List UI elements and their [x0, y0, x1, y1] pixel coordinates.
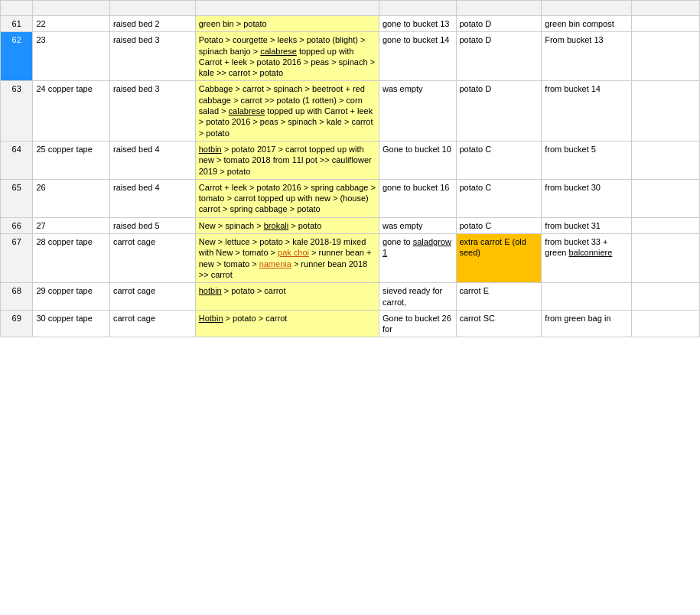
table-cell[interactable]: gone to bucket 16: [379, 179, 456, 217]
table-cell[interactable]: potato C: [456, 217, 542, 233]
table-row: 6627raised bed 5New > spinach > brokali …: [1, 217, 700, 233]
header-col-e[interactable]: [456, 1, 542, 16]
table-cell[interactable]: 26: [33, 179, 110, 217]
table-cell[interactable]: potato C: [456, 179, 542, 217]
column-header-row: [1, 1, 700, 16]
table-cell[interactable]: Cabbage > carrot > spinach > beetroot + …: [195, 81, 379, 141]
table-cell[interactable]: Carrot + leek > potato 2016 > spring cab…: [195, 179, 379, 217]
table-cell-g[interactable]: [631, 234, 699, 283]
table-cell-g[interactable]: [631, 32, 699, 81]
table-row: 6122raised bed 2green bin > potatogone t…: [1, 16, 700, 32]
table-cell[interactable]: raised bed 5: [110, 217, 196, 233]
table-cell[interactable]: from bucket 30: [542, 179, 631, 217]
table-cell[interactable]: green bin compost: [542, 16, 631, 32]
table-cell[interactable]: carrot cage: [110, 234, 196, 283]
table-cell-g[interactable]: [631, 310, 699, 337]
table-cell[interactable]: was empty: [379, 217, 456, 233]
table-cell-g[interactable]: [631, 179, 699, 217]
table-cell[interactable]: 24 copper tape: [33, 81, 110, 141]
table-cell[interactable]: potato C: [456, 141, 542, 179]
table-cell[interactable]: 25 copper tape: [33, 141, 110, 179]
table-cell[interactable]: from green bag in: [542, 310, 631, 337]
table-cell[interactable]: 22: [33, 16, 110, 32]
table-cell[interactable]: raised bed 3: [110, 81, 196, 141]
header-rownum: [1, 1, 33, 16]
table-cell[interactable]: 28 copper tape: [33, 234, 110, 283]
table-cell[interactable]: carrot SC: [456, 310, 542, 337]
row-number: 65: [1, 179, 33, 217]
table-row: 6425 copper taperaised bed 4hotbin > pot…: [1, 141, 700, 179]
table-cell[interactable]: gone to saladgrow 1: [379, 234, 456, 283]
table-row: 6930 copper tapecarrot cageHotbin > pota…: [1, 310, 700, 337]
row-number: 66: [1, 217, 33, 233]
table-cell[interactable]: from bucket 31: [542, 217, 631, 233]
table-cell[interactable]: Hotbin > potato > carrot: [195, 310, 379, 337]
table-cell[interactable]: from bucket 14: [542, 81, 631, 141]
row-number: 69: [1, 310, 33, 337]
table-cell[interactable]: from bucket 33 + green balconniere: [542, 234, 631, 283]
table-cell-g[interactable]: [631, 141, 699, 179]
row-number: 61: [1, 16, 33, 32]
table-cell[interactable]: potato D: [456, 32, 542, 81]
table-cell[interactable]: 29 copper tape: [33, 283, 110, 311]
row-number: 67: [1, 234, 33, 283]
table-cell[interactable]: gone to bucket 13: [379, 16, 456, 32]
table-row: 6728 copper tapecarrot cageNew > lettuce…: [1, 234, 700, 283]
table-cell[interactable]: New > lettuce > potato > kale 2018-19 mi…: [195, 234, 379, 283]
table-cell[interactable]: 27: [33, 217, 110, 233]
header-col-g[interactable]: [631, 1, 699, 16]
table-cell[interactable]: hotbin > potato > carrot: [195, 283, 379, 311]
table-cell[interactable]: Gone to bucket 26 for: [379, 310, 456, 337]
table-cell[interactable]: carrot cage: [110, 310, 196, 337]
table-cell[interactable]: extra carrot E (old seed): [456, 234, 542, 283]
row-number: 64: [1, 141, 33, 179]
table-cell[interactable]: potato D: [456, 81, 542, 141]
table-cell[interactable]: 30 copper tape: [33, 310, 110, 337]
table-cell[interactable]: green bin > potato: [195, 16, 379, 32]
table-cell[interactable]: hotbin > potato 2017 > carrot topped up …: [195, 141, 379, 179]
header-col-d[interactable]: [379, 1, 456, 16]
table-row: 6223raised bed 3Potato > courgette > lee…: [1, 32, 700, 81]
table-row: 6526raised bed 4Carrot + leek > potato 2…: [1, 179, 700, 217]
row-number: 62: [1, 32, 33, 81]
header-col-c[interactable]: [195, 1, 379, 16]
header-col-b[interactable]: [110, 1, 196, 16]
table-cell[interactable]: raised bed 2: [110, 16, 196, 32]
table-row: 6829 copper tapecarrot cagehotbin > pota…: [1, 283, 700, 311]
table-cell[interactable]: raised bed 4: [110, 141, 196, 179]
header-col-a[interactable]: [33, 1, 110, 16]
row-number: 63: [1, 81, 33, 141]
table-row: 6324 copper taperaised bed 3Cabbage > ca…: [1, 81, 700, 141]
table-cell-g[interactable]: [631, 283, 699, 311]
table-cell-g[interactable]: [631, 217, 699, 233]
row-number: 68: [1, 283, 33, 311]
table-cell-g[interactable]: [631, 16, 699, 32]
table-cell[interactable]: raised bed 4: [110, 179, 196, 217]
table-cell[interactable]: gone to bucket 14: [379, 32, 456, 81]
table-cell[interactable]: potato D: [456, 16, 542, 32]
table-cell[interactable]: raised bed 3: [110, 32, 196, 81]
table-cell-g[interactable]: [631, 81, 699, 141]
header-col-f[interactable]: [542, 1, 631, 16]
table-cell[interactable]: was empty: [379, 81, 456, 141]
table-cell[interactable]: Potato > courgette > leeks > potato (bli…: [195, 32, 379, 81]
table-cell[interactable]: 23: [33, 32, 110, 81]
table-cell[interactable]: from bucket 5: [542, 141, 631, 179]
table-cell[interactable]: sieved ready for carrot,: [379, 283, 456, 311]
table-cell[interactable]: carrot E: [456, 283, 542, 311]
table-cell[interactable]: From bucket 13: [542, 32, 631, 81]
table-cell[interactable]: New > spinach > brokali > potato: [195, 217, 379, 233]
spreadsheet: 6122raised bed 2green bin > potatogone t…: [0, 0, 700, 337]
table-cell[interactable]: Gone to bucket 10: [379, 141, 456, 179]
table-cell[interactable]: carrot cage: [110, 283, 196, 311]
table-cell[interactable]: [542, 283, 631, 311]
